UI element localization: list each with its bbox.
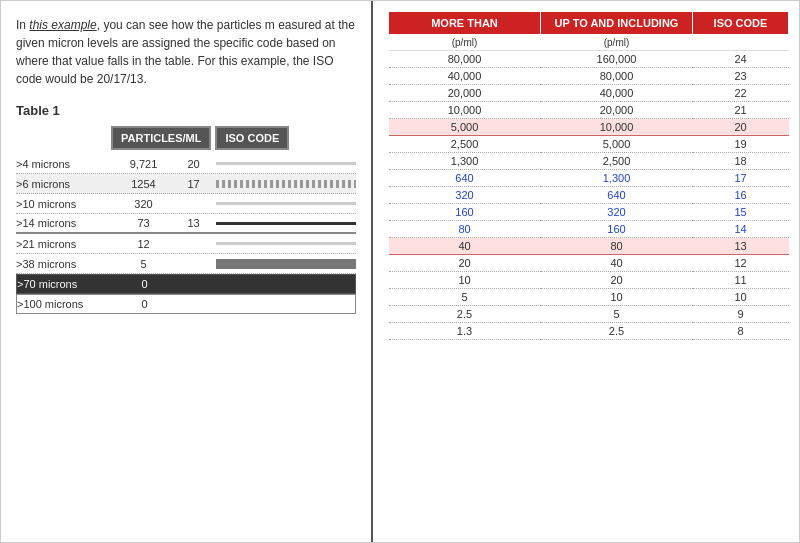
- row-value: 9,721: [111, 158, 176, 170]
- table-row: >10 microns 320: [16, 194, 356, 214]
- iso-code-value: 15: [693, 204, 789, 221]
- iso-code-header: ISO CODE: [693, 12, 789, 35]
- table-row: >14 microns 73 13: [16, 214, 356, 234]
- sub-header-row: (p/ml) (p/ml): [389, 35, 789, 51]
- table-row: 408013: [389, 238, 789, 255]
- more-than-value: 20,000: [389, 85, 541, 102]
- iso-code-value: 18: [693, 153, 789, 170]
- row-value: 320: [111, 198, 176, 210]
- description-text: In this example, you can see how the par…: [16, 16, 356, 88]
- table-row: 10,00020,00021: [389, 102, 789, 119]
- up-to-value: 80,000: [541, 68, 693, 85]
- more-than-value: 2,500: [389, 136, 541, 153]
- row-bar: [216, 162, 356, 165]
- iso-code-value: 21: [693, 102, 789, 119]
- more-than-value: 80: [389, 221, 541, 238]
- row-code: 20: [176, 158, 211, 170]
- more-than-value: 40,000: [389, 68, 541, 85]
- iso-code-value: 20: [693, 119, 789, 136]
- left-panel: In this example, you can see how the par…: [1, 1, 371, 542]
- up-to-value: 20: [541, 272, 693, 289]
- table-label: Table 1: [16, 103, 356, 118]
- up-to-value: 10: [541, 289, 693, 306]
- iso-code-value: 19: [693, 136, 789, 153]
- row-label: >38 microns: [16, 258, 111, 270]
- table-row: 5,00010,00020: [389, 119, 789, 136]
- up-to-value: 160,000: [541, 51, 693, 68]
- up-to-unit: (p/ml): [541, 35, 693, 51]
- more-than-value: 1,300: [389, 153, 541, 170]
- row-bar: [216, 259, 356, 269]
- table-row: >100 microns 0: [16, 294, 356, 314]
- table-header-row: MORE THAN UP TO AND INCLUDING ISO CODE: [389, 12, 789, 35]
- iso-code-value: 8: [693, 323, 789, 340]
- more-than-value: 5,000: [389, 119, 541, 136]
- row-value: 5: [111, 258, 176, 270]
- iso-code-value: 24: [693, 51, 789, 68]
- particles-header: PARTICLES/ML: [111, 126, 211, 150]
- row-bar: [216, 202, 356, 205]
- iso-table: MORE THAN UP TO AND INCLUDING ISO CODE (…: [388, 11, 789, 340]
- row-code: 13: [176, 217, 211, 229]
- more-than-value: 2.5: [389, 306, 541, 323]
- row-value: 0: [112, 298, 177, 310]
- iso-code-value: 12: [693, 255, 789, 272]
- row-label: >6 microns: [16, 178, 111, 190]
- more-than-value: 1.3: [389, 323, 541, 340]
- row-value: 1254: [111, 178, 176, 190]
- table-row: >6 microns 1254 17: [16, 174, 356, 194]
- iso-code-value: 14: [693, 221, 789, 238]
- more-than-value: 10: [389, 272, 541, 289]
- more-than-value: 640: [389, 170, 541, 187]
- row-bar: [216, 180, 356, 188]
- table-row: 51010: [389, 289, 789, 306]
- table-row: 2.559: [389, 306, 789, 323]
- row-label: >100 microns: [17, 298, 112, 310]
- row-code: 17: [176, 178, 211, 190]
- more-than-value: 160: [389, 204, 541, 221]
- up-to-value: 2.5: [541, 323, 693, 340]
- up-to-value: 640: [541, 187, 693, 204]
- table-row: >21 microns 12: [16, 234, 356, 254]
- up-to-value: 320: [541, 204, 693, 221]
- table-row: 32064016: [389, 187, 789, 204]
- table-row: 8016014: [389, 221, 789, 238]
- more-than-value: 320: [389, 187, 541, 204]
- up-to-value: 160: [541, 221, 693, 238]
- iso-code-value: 9: [693, 306, 789, 323]
- iso-unit: [693, 35, 789, 51]
- table-row: 1.32.58: [389, 323, 789, 340]
- row-value: 73: [111, 217, 176, 229]
- table-row: 40,00080,00023: [389, 68, 789, 85]
- row-label: >21 microns: [16, 238, 111, 250]
- table-row: 204012: [389, 255, 789, 272]
- up-to-value: 20,000: [541, 102, 693, 119]
- row-label: >70 microns: [17, 278, 112, 290]
- table-row: 80,000160,00024: [389, 51, 789, 68]
- table-row: 6401,30017: [389, 170, 789, 187]
- row-label: >4 microns: [16, 158, 111, 170]
- table-row: 2,5005,00019: [389, 136, 789, 153]
- iso-header: ISO CODE: [215, 126, 289, 150]
- up-to-value: 2,500: [541, 153, 693, 170]
- more-than-value: 20: [389, 255, 541, 272]
- more-than-value: 80,000: [389, 51, 541, 68]
- row-value: 0: [112, 278, 177, 290]
- row-value: 12: [111, 238, 176, 250]
- up-to-value: 5,000: [541, 136, 693, 153]
- right-panel: MORE THAN UP TO AND INCLUDING ISO CODE (…: [373, 1, 799, 542]
- row-bar: [216, 222, 356, 225]
- iso-code-value: 10: [693, 289, 789, 306]
- iso-code-value: 22: [693, 85, 789, 102]
- iso-code-value: 23: [693, 68, 789, 85]
- more-than-value: 40: [389, 238, 541, 255]
- table-row: 20,00040,00022: [389, 85, 789, 102]
- iso-code-value: 13: [693, 238, 789, 255]
- row-bar: [216, 242, 356, 245]
- more-than-unit: (p/ml): [389, 35, 541, 51]
- iso-code-value: 11: [693, 272, 789, 289]
- up-to-value: 5: [541, 306, 693, 323]
- left-table-header: PARTICLES/ML ISO CODE: [111, 126, 356, 150]
- up-to-value: 40: [541, 255, 693, 272]
- more-than-header: MORE THAN: [389, 12, 541, 35]
